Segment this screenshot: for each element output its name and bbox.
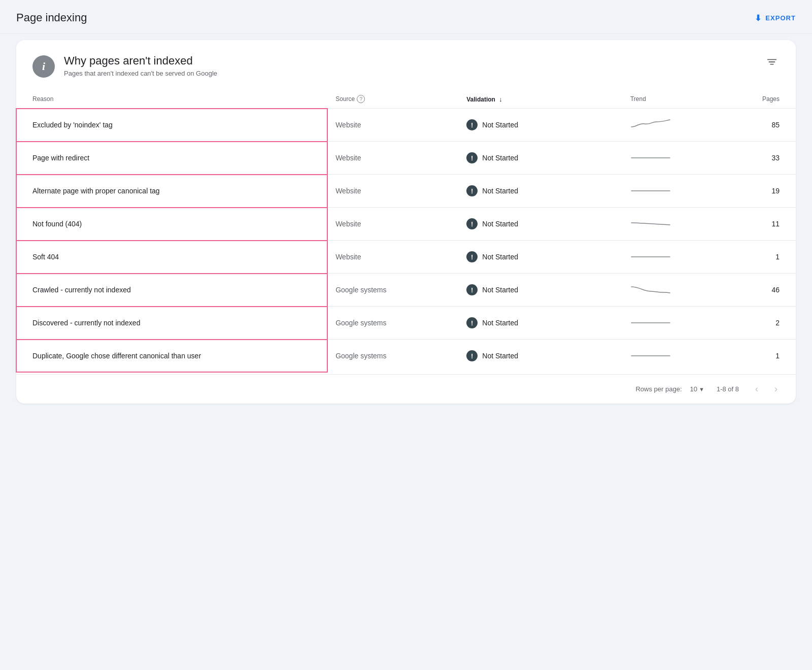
trend-cell [622,307,729,340]
not-started-text: Not Started [482,319,518,327]
not-started-icon: ! [466,284,478,295]
pages-cell: 19 [729,175,796,208]
pages-cell: 33 [729,142,796,175]
source-cell: Website [327,241,458,274]
page-range: 1-8 of 8 [717,385,739,393]
col-header-validation[interactable]: Validation ↓ [458,90,622,109]
trend-sparkline [630,217,671,231]
reason-cell: Alternate page with proper canonical tag [16,175,327,208]
table-row[interactable]: Duplicate, Google chose different canoni… [16,340,796,373]
source-cell: Website [327,109,458,142]
table-row[interactable]: Not found (404)Website ! Not Started 11 [16,208,796,241]
data-table: Reason Source ? Validation ↓ Trend Pages [16,90,796,372]
reason-cell: Duplicate, Google chose different canoni… [16,340,327,373]
card-header-left: i Why pages aren't indexed Pages that ar… [32,54,217,78]
pages-cell: 85 [729,109,796,142]
trend-sparkline [630,349,671,363]
col-header-trend: Trend [622,90,729,109]
not-started-text: Not Started [482,121,518,129]
card-header: i Why pages aren't indexed Pages that ar… [16,54,796,90]
pages-cell: 2 [729,307,796,340]
pages-cell: 11 [729,208,796,241]
table-row[interactable]: Excluded by 'noindex' tagWebsite ! Not S… [16,109,796,142]
rows-per-page-label: Rows per page: [635,385,682,393]
filter-button[interactable] [764,54,780,73]
reason-cell: Crawled - currently not indexed [16,274,327,307]
trend-cell [622,175,729,208]
source-cell: Google systems [327,274,458,307]
trend-sparkline [630,118,671,132]
not-started-icon: ! [466,185,478,196]
pages-cell: 46 [729,274,796,307]
source-cell: Google systems [327,340,458,373]
trend-cell [622,241,729,274]
col-header-source: Source ? [327,90,458,109]
validation-cell: ! Not Started [458,208,622,241]
validation-cell: ! Not Started [458,109,622,142]
pages-cell: 1 [729,340,796,373]
main-card: i Why pages aren't indexed Pages that ar… [16,40,796,404]
not-started-icon: ! [466,350,478,361]
not-started-text: Not Started [482,220,518,228]
export-label: EXPORT [765,14,796,22]
card-title: Why pages aren't indexed [64,54,217,68]
reason-cell: Page with redirect [16,142,327,175]
table-wrapper: Reason Source ? Validation ↓ Trend Pages [16,90,796,372]
not-started-text: Not Started [482,253,518,261]
trend-sparkline [630,151,671,165]
not-started-icon: ! [466,251,478,262]
info-icon: i [32,55,55,78]
validation-cell: ! Not Started [458,142,622,175]
table-footer: Rows per page: 10 ▼ 1-8 of 8 ‹ › [16,374,796,404]
source-help-icon[interactable]: ? [357,95,365,103]
rows-per-page-chevron: ▼ [699,386,704,392]
not-started-text: Not Started [482,286,518,294]
card-subtitle: Pages that aren't indexed can't be serve… [64,70,217,77]
trend-sparkline [630,316,671,330]
top-divider [0,34,812,34]
trend-cell [622,142,729,175]
top-bar: Page indexing ⬇ EXPORT [0,0,812,34]
rows-per-page-select[interactable]: 10 ▼ [690,385,704,393]
source-cell: Website [327,208,458,241]
trend-cell [622,208,729,241]
table-row[interactable]: Crawled - currently not indexedGoogle sy… [16,274,796,307]
card-title-block: Why pages aren't indexed Pages that aren… [64,54,217,77]
reason-cell: Not found (404) [16,208,327,241]
reason-cell: Soft 404 [16,241,327,274]
reason-cell: Discovered - currently not indexed [16,307,327,340]
not-started-icon: ! [466,218,478,229]
trend-cell [622,109,729,142]
download-icon: ⬇ [755,13,762,23]
not-started-text: Not Started [482,187,518,195]
pages-cell: 1 [729,241,796,274]
trend-sparkline [630,283,671,297]
validation-cell: ! Not Started [458,241,622,274]
table-row[interactable]: Page with redirectWebsite ! Not Started … [16,142,796,175]
trend-cell [622,274,729,307]
validation-cell: ! Not Started [458,340,622,373]
rows-per-page-value: 10 [690,385,697,393]
not-started-icon: ! [466,119,478,130]
page-title: Page indexing [16,11,87,24]
col-header-pages: Pages [729,90,796,109]
prev-page-button[interactable]: ‹ [751,382,762,396]
not-started-text: Not Started [482,352,518,360]
table-header-row: Reason Source ? Validation ↓ Trend Pages [16,90,796,109]
filter-icon [766,56,777,68]
next-page-button[interactable]: › [770,382,782,396]
validation-cell: ! Not Started [458,175,622,208]
sort-icon: ↓ [499,95,502,103]
table-row[interactable]: Soft 404Website ! Not Started 1 [16,241,796,274]
validation-cell: ! Not Started [458,274,622,307]
not-started-icon: ! [466,317,478,328]
trend-sparkline [630,250,671,264]
table-row[interactable]: Discovered - currently not indexedGoogle… [16,307,796,340]
trend-cell [622,340,729,373]
source-cell: Website [327,175,458,208]
table-row[interactable]: Alternate page with proper canonical tag… [16,175,796,208]
not-started-icon: ! [466,152,478,163]
not-started-text: Not Started [482,154,518,162]
export-button[interactable]: ⬇ EXPORT [755,13,796,23]
source-cell: Website [327,142,458,175]
